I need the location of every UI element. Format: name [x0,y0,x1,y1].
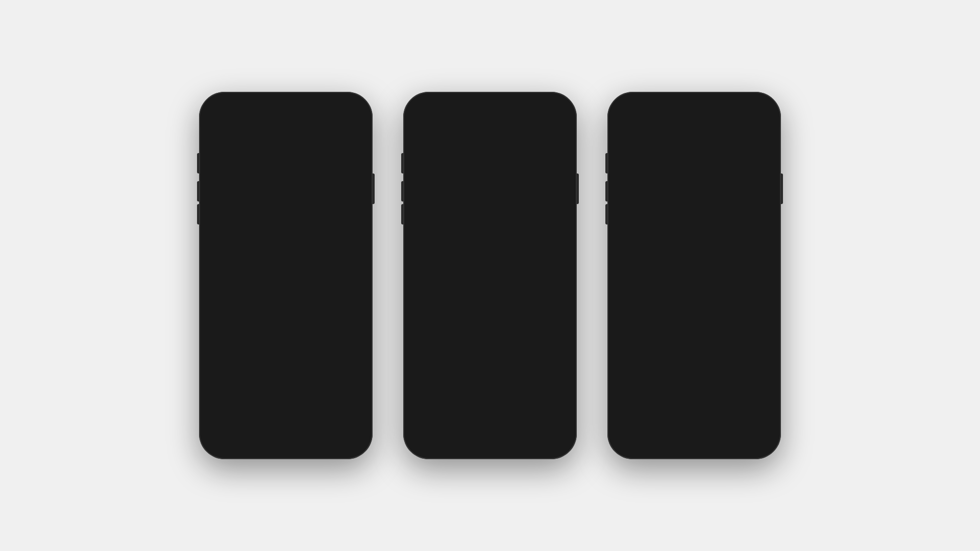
checkbox-label: J'accepte la Politique de confidentialit… [432,293,564,310]
form-row-2[interactable]: ✓Choisir un bonusSport▾ [212,224,359,247]
field-0[interactable]: Pays *Cameroun▾ [635,183,768,198]
checkbox-2[interactable] [212,319,223,330]
checkbox-2[interactable] [621,319,631,330]
dropdown-arrow-icon[interactable]: ▾ [764,190,768,198]
checkbox-0[interactable] [416,274,427,284]
field-label: Pays * [431,183,564,189]
checkbox-row-0[interactable]: J'accepte les Conditions générales de la… [212,269,359,289]
lightning-icon [621,137,641,157]
notch-speaker [268,117,294,120]
form-row-0[interactable]: ✓Pays *Cameroun▾ [621,180,768,202]
checkbox-row-0[interactable]: J'accepte les Conditions générales de la… [416,269,564,289]
form-row-3[interactable]: 4Code promo [212,247,359,269]
checkmark: ✓ [214,235,220,243]
dropdown-arrow-icon[interactable]: ▾ [560,190,564,198]
checkbox-0[interactable] [621,274,631,284]
form-row-1[interactable]: ✓Devise *Franc CFA d'Afrique Centrale (X… [621,202,768,224]
check-icon: ✓ [621,212,631,220]
checkmark-icon [544,427,557,440]
fab-confirm-button[interactable] [742,420,768,446]
checkmark: ✓ [214,190,220,198]
dot-3 [495,167,499,171]
field-3[interactable]: Code promo [635,250,768,259]
info-row-0[interactable]: iConditions générales [416,334,564,350]
checkbox-row-2[interactable]: Je confirme que j'ai plus de 18 ans [416,315,564,334]
field-1[interactable]: Devise *Franc CFA d'Afrique Centrale (XA… [635,205,768,221]
field-3[interactable]: Code promo [431,250,564,259]
form-row-3[interactable]: 4Code promo [621,247,768,269]
info-row-0[interactable]: iConditions générales [212,334,359,350]
checkmark: ✓ [623,212,629,220]
field-3[interactable]: Code promo [227,250,359,259]
field-1[interactable]: Devise *Franc CFA d'Afrique Centrale (XA… [431,205,564,221]
field-placeholder[interactable]: Code promo [227,250,359,259]
phone-notch [250,111,322,126]
form-row-1[interactable]: ✓Devise *Franc CFA d'Afrique Centrale (X… [416,202,564,224]
info-row-1[interactable]: iPolitique de confidentialité [416,350,564,367]
dropdown-arrow-icon[interactable]: ▾ [560,213,564,221]
checkbox-2[interactable] [416,319,427,330]
dot-1 [685,167,689,171]
field-1[interactable]: Devise *Franc CFA d'Afrique Centrale (XA… [227,205,359,221]
field-placeholder[interactable]: Code promo [635,250,768,259]
checkbox-label: Je confirme que j'ai plus de 18 ans [432,319,526,328]
field-2[interactable]: Choisir un bonusSport▾ [227,228,359,243]
checkbox-row-2[interactable]: Je confirme que j'ai plus de 18 ans [621,315,768,334]
form-row-1[interactable]: ✓Devise *Franc CFA d'Afrique Centrale (X… [212,202,359,224]
field-value: Cameroun▾ [227,190,359,198]
field-2[interactable]: Choisir un bonusSport▾ [635,228,768,243]
phone-notch [454,111,526,126]
checkbox-row-1[interactable]: J'accepte la Politique de confidentialit… [416,289,564,315]
phone-1: ← Inscription En un clic ✓Pays *Cameroun… [199,92,373,459]
info-link[interactable]: Politique de confidentialité [227,355,304,362]
dropdown-arrow-icon[interactable]: ▾ [764,213,768,221]
checkbox-row-2[interactable]: Je confirme que j'ai plus de 18 ans [212,315,359,334]
field-value: Franc CFA d'Afrique Centrale (XA▾ [431,212,564,221]
dropdown-arrow-icon[interactable]: ▾ [356,235,359,243]
checkbox-1[interactable] [212,293,223,304]
field-0[interactable]: Pays *Cameroun▾ [431,183,564,198]
info-link[interactable]: Conditions générales [635,338,697,346]
field-0[interactable]: Pays *Cameroun▾ [227,183,359,198]
info-link[interactable]: Politique de confidentialité [635,355,712,362]
info-link[interactable]: Conditions générales [431,338,493,346]
info-link[interactable]: Conditions générales [227,338,289,346]
check-icon: ✓ [416,235,427,243]
dot-2 [284,167,288,171]
form-row-2[interactable]: ✓Choisir un bonusSport▾ [416,224,564,247]
checkbox-row-1[interactable]: J'accepte la Politique de confidentialit… [212,289,359,315]
fab-confirm-button[interactable] [334,420,359,446]
checkbox-label: Je confirme que j'ai plus de 18 ans [636,319,730,328]
dropdown-arrow-icon[interactable]: ▾ [356,213,359,221]
dropdown-arrow-icon[interactable]: ▾ [764,235,768,243]
dropdown-arrow-icon[interactable]: ▾ [560,235,564,243]
info-i: i [421,356,422,362]
back-button[interactable]: ← [416,116,427,128]
checkbox-1[interactable] [416,293,427,304]
form-row-0[interactable]: ✓Pays *Cameroun▾ [416,180,564,202]
en-un-clic-section: En un clic [204,131,368,163]
field-2[interactable]: Choisir un bonusSport▾ [431,228,564,243]
yellow-arrow-annotation [715,396,745,429]
checkbox-row-1[interactable]: J'accepte la Politique de confidentialit… [621,289,768,315]
dot-3 [291,167,295,171]
field-placeholder[interactable]: Code promo [431,250,564,259]
form-row-3[interactable]: 4Code promo [416,247,564,269]
dot-1 [481,167,485,171]
checkbox-0[interactable] [212,274,223,284]
yellow-arrow-svg [715,396,745,427]
info-row-1[interactable]: iPolitique de confidentialité [621,350,768,367]
fab-confirm-button[interactable] [538,420,564,446]
back-button[interactable]: ← [212,116,223,128]
back-button[interactable]: ← [621,116,631,128]
form-row-2[interactable]: ✓Choisir un bonusSport▾ [621,224,768,247]
field-text: Franc CFA d'Afrique Centrale (XA [227,212,341,221]
checkbox-1[interactable] [621,293,631,304]
checkbox-row-0[interactable]: J'accepte les Conditions générales de la… [621,269,768,289]
form-row-0[interactable]: ✓Pays *Cameroun▾ [212,180,359,202]
dropdown-arrow-icon[interactable]: ▾ [356,190,359,198]
info-link[interactable]: Politique de confidentialité [431,355,508,362]
info-row-0[interactable]: iConditions générales [621,334,768,350]
info-row-1[interactable]: iPolitique de confidentialité [212,350,359,367]
checkmark: ✓ [419,212,425,220]
